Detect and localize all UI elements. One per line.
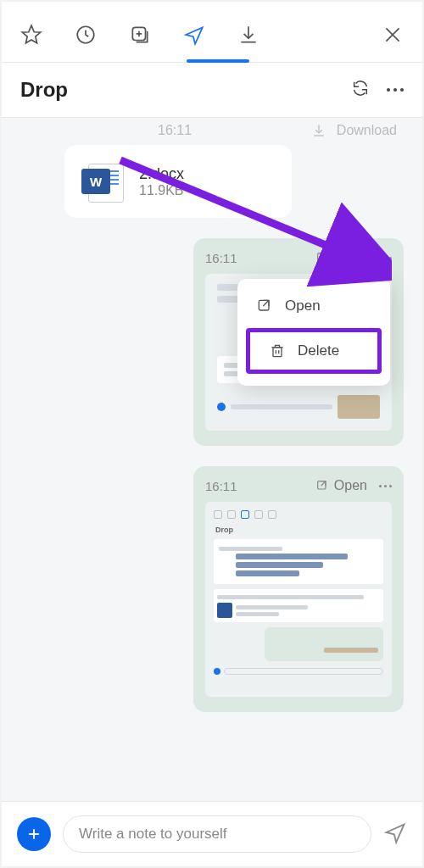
message-thumbnail[interactable]: Drop [205, 502, 392, 697]
annotation-highlight: Delete [246, 328, 382, 374]
chat-area: 16:11 Download W 2.docx 11.9KB 16: [2, 118, 422, 801]
word-doc-icon: W [81, 160, 124, 203]
trash-icon [269, 342, 286, 359]
favorites-tab-icon[interactable] [20, 24, 42, 49]
history-tab-icon[interactable] [75, 24, 97, 49]
note-input[interactable]: Write a note to yourself [63, 815, 371, 853]
outgoing-message-2: 16:11 Open Drop [193, 466, 404, 712]
open-label: Open [334, 250, 367, 265]
file-name: 2.docx [139, 165, 184, 183]
message-more-icon[interactable] [379, 485, 392, 487]
active-tab-indicator [187, 59, 249, 63]
menu-open[interactable]: Open [237, 287, 390, 325]
page-title: Drop [20, 78, 68, 102]
open-button[interactable]: Open [315, 250, 367, 265]
message-time: 16:11 [205, 479, 237, 493]
refresh-icon[interactable] [351, 79, 370, 101]
open-external-icon [315, 251, 329, 264]
drop-header: Drop [2, 63, 422, 118]
message-time: 16:11 [205, 251, 237, 265]
outgoing-message-1: 16:11 Open [193, 238, 404, 446]
incoming-file-message: 16:11 Download W 2.docx 11.9KB [64, 123, 404, 218]
file-card[interactable]: W 2.docx 11.9KB [64, 145, 292, 218]
menu-open-label: Open [285, 298, 321, 314]
open-button[interactable]: Open [315, 478, 367, 493]
open-external-icon [315, 479, 329, 492]
drop-tab-icon[interactable] [183, 24, 205, 49]
menu-delete[interactable]: Delete [250, 332, 377, 370]
send-button[interactable] [383, 821, 407, 848]
download-label[interactable]: Download [337, 123, 397, 138]
add-button[interactable] [17, 817, 51, 851]
more-icon[interactable] [387, 88, 404, 92]
download-icon[interactable] [311, 123, 326, 138]
svg-rect-5 [273, 348, 282, 357]
close-icon[interactable] [382, 24, 404, 49]
file-size: 11.9KB [139, 183, 184, 198]
send-icon [383, 821, 407, 844]
downloads-tab-icon[interactable] [237, 24, 259, 49]
message-context-menu: Open Delete [237, 279, 390, 386]
file-time: 16:11 [158, 123, 192, 138]
open-external-icon [256, 298, 273, 314]
compose-bar: Write a note to yourself [2, 801, 422, 866]
sidebar-tabbar [2, 2, 422, 63]
message-more-icon[interactable] [379, 257, 392, 259]
svg-marker-0 [22, 25, 41, 43]
collections-tab-icon[interactable] [129, 24, 151, 49]
open-label: Open [334, 478, 367, 493]
plus-icon [25, 826, 42, 843]
menu-delete-label: Delete [298, 342, 339, 359]
